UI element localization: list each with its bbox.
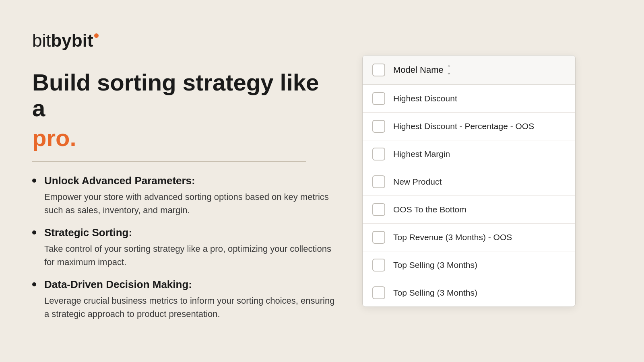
item-label-7: Top Selling (3 Months) [393,288,477,298]
headline-divider [32,161,306,162]
bullet-title-3: Data-Driven Decision Making: [44,278,338,291]
list-item: Strategic Sorting: Take control of your … [32,226,338,269]
headline-container: Build sorting strategy like a pro. [32,70,338,151]
dropdown-item-0[interactable]: Highest Discount [363,85,575,113]
headline-line2: pro. [32,124,338,151]
logo-by: by [51,31,71,50]
right-panel: Model Name ⌃ ⌄ Highest Discount Highest … [362,55,576,307]
logo-text: bitbybit [32,32,93,49]
bullet-desc-2: Take control of your sorting strategy li… [44,242,338,269]
item-checkbox-6[interactable] [372,259,385,272]
item-label-6: Top Selling (3 Months) [393,260,477,270]
logo-bit1: bit [32,31,51,50]
dropdown-item-2[interactable]: Highest Margin [363,140,575,168]
header-label: Model Name ⌃ ⌄ [393,65,451,75]
bullet-dot-1 [32,179,36,183]
list-item: Unlock Advanced Parameters: Empower your… [32,175,338,217]
bullet-dot-3 [32,282,36,286]
bullet-dot-2 [32,230,36,234]
dropdown-item-4[interactable]: OOS To the Bottom [363,196,575,224]
logo-dot [94,33,99,38]
item-label-1: Highest Discount - Percentage - OOS [393,121,534,131]
sort-icon[interactable]: ⌃ ⌄ [447,65,451,75]
dropdown-item-7[interactable]: Top Selling (3 Months) [363,279,575,306]
item-checkbox-0[interactable] [372,92,385,105]
item-label-0: Highest Discount [393,94,457,103]
bullet-desc-1: Empower your store with advanced sorting… [44,190,338,217]
header-label-text: Model Name [393,65,444,75]
dropdown-item-5[interactable]: Top Revenue (3 Months) - OOS [363,224,575,251]
item-checkbox-2[interactable] [372,148,385,160]
bullet-content-2: Strategic Sorting: Take control of your … [44,226,338,269]
item-label-5: Top Revenue (3 Months) - OOS [393,232,512,242]
sort-down-icon: ⌄ [447,70,451,75]
item-checkbox-4[interactable] [372,203,385,216]
logo: bitbybit [32,32,338,49]
item-checkbox-5[interactable] [372,231,385,244]
dropdown-item-1[interactable]: Highest Discount - Percentage - OOS [363,113,575,140]
bullet-desc-3: Leverage crucial business metrics to inf… [44,294,338,321]
bullet-list: Unlock Advanced Parameters: Empower your… [32,175,338,321]
dropdown-header[interactable]: Model Name ⌃ ⌄ [363,56,575,85]
left-panel: bitbybit Build sorting strategy like a p… [32,32,362,330]
list-item: Data-Driven Decision Making: Leverage cr… [32,278,338,321]
item-label-3: New Product [393,177,442,187]
bullet-title-1: Unlock Advanced Parameters: [44,175,338,187]
item-label-2: Highest Margin [393,149,450,159]
item-checkbox-3[interactable] [372,175,385,188]
logo-bit2: bit [72,31,93,50]
item-label-4: OOS To the Bottom [393,205,466,214]
item-checkbox-7[interactable] [372,286,385,299]
bullet-title-2: Strategic Sorting: [44,226,338,239]
main-container: bitbybit Build sorting strategy like a p… [0,0,644,362]
dropdown-card: Model Name ⌃ ⌄ Highest Discount Highest … [362,55,576,307]
bullet-content-1: Unlock Advanced Parameters: Empower your… [44,175,338,217]
headline-line1: Build sorting strategy like a [32,70,338,121]
dropdown-item-6[interactable]: Top Selling (3 Months) [363,251,575,279]
bullet-content-3: Data-Driven Decision Making: Leverage cr… [44,278,338,321]
header-checkbox[interactable] [372,64,385,76]
item-checkbox-1[interactable] [372,120,385,133]
dropdown-item-3[interactable]: New Product [363,168,575,196]
